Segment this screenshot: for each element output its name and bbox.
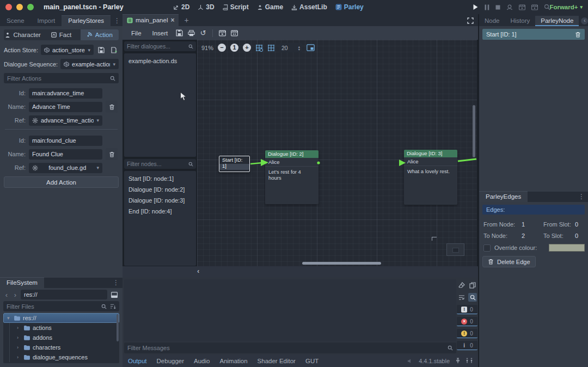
clear-output-button[interactable] (457, 281, 466, 290)
tree-expanded-icon[interactable]: ▾ (7, 315, 11, 321)
override-colour-checkbox[interactable] (483, 244, 491, 252)
tree-collapsed-icon[interactable]: › (17, 335, 21, 340)
tab-audio[interactable]: Audio (194, 358, 210, 364)
tree-item-res[interactable]: ▾ res:// (3, 313, 119, 323)
edge-start-to-dialogue2[interactable] (250, 163, 262, 164)
info-counter[interactable]: i 0 (457, 341, 477, 350)
tab-debugger[interactable]: Debugger (157, 358, 185, 364)
audio-mute-icon[interactable] (407, 358, 413, 364)
nav-forward-icon[interactable]: › (12, 291, 19, 299)
warnings-counter[interactable]: ! 0 (457, 329, 477, 338)
snap-distance-stepper[interactable]: 20 ▴ ▾ (279, 43, 302, 52)
maximize-window-button[interactable] (27, 4, 34, 10)
tree-item-dialogue-sequences[interactable]: › dialogue_sequences (3, 352, 119, 362)
tab-scene[interactable]: Scene (0, 16, 31, 26)
save-dialogue-button[interactable] (174, 28, 184, 38)
selected-node-header[interactable]: Start [ID: 1] (482, 29, 585, 40)
pin-panel-icon[interactable] (455, 358, 461, 364)
tab-animation[interactable]: Animation (219, 358, 247, 364)
tree-collapsed-icon[interactable]: › (17, 345, 21, 350)
graph-vertical-scrollbar[interactable] (473, 105, 475, 157)
filter-actions-input[interactable] (7, 75, 110, 82)
tab-2d[interactable]: 2D (173, 3, 189, 11)
graph-node-dialogue-3[interactable]: Dialogue [ID: 3] Alice What a lovely res… (404, 150, 457, 205)
tab-parleynode[interactable]: ParleyNode (535, 16, 579, 26)
sort-icon[interactable] (110, 303, 116, 309)
tab-shader-editor[interactable]: Shader Editor (258, 358, 296, 364)
tab-parleystores[interactable]: ParleyStores (62, 15, 111, 26)
zoom-reset-button[interactable]: 1 (230, 44, 238, 52)
tree-item-characters[interactable]: › characters (3, 342, 119, 352)
tab-fact[interactable]: Fact (42, 29, 80, 40)
new-tab-button[interactable]: + (179, 16, 194, 26)
zoom-out-button[interactable]: − (218, 44, 226, 52)
movie-run-scene-icon[interactable] (519, 4, 525, 10)
filter-nodes-input[interactable] (127, 161, 188, 167)
action-name-input[interactable] (29, 149, 102, 160)
action-name-input[interactable] (29, 102, 102, 112)
dialogue-list-item[interactable]: example-action.ds (124, 56, 196, 66)
dialogue-sequence-dropdown[interactable]: example-action.ds ▾ (60, 59, 119, 69)
search-output-button[interactable] (468, 293, 477, 302)
tab-gut[interactable]: GUT (305, 358, 318, 364)
dialogue-graph-canvas[interactable]: 91% − 1 + 20 ▴ ▾ Start [ID: 1] Dialogue … (197, 40, 477, 266)
action-store-dropdown[interactable]: action_store.tre ▾ (41, 45, 94, 55)
delete-node-button[interactable] (575, 32, 581, 38)
snap-toggle-icon[interactable] (255, 44, 263, 52)
tree-item-addons[interactable]: › addons (3, 333, 119, 342)
tree-collapsed-icon[interactable]: › (17, 354, 21, 360)
tab-script[interactable]: Script (223, 3, 249, 11)
node-list-item[interactable]: Start [ID: node:1] (124, 173, 196, 184)
node-list-item[interactable]: Dialogue [ID: node:2] (124, 184, 196, 195)
tab-assetlib[interactable]: AssetLib (291, 3, 327, 11)
dots-menu-icon[interactable]: ⋮ (111, 17, 124, 26)
filter-files-input[interactable] (7, 303, 101, 310)
dots-menu-icon[interactable]: ⋮ (109, 279, 122, 288)
menu-file[interactable]: File (127, 29, 146, 38)
test-dialogue-button[interactable] (217, 28, 227, 38)
collapse-sidebar-icon[interactable]: ‹ (197, 267, 199, 275)
close-window-button[interactable] (5, 4, 12, 10)
output-log[interactable] (124, 279, 456, 341)
add-action-button[interactable]: Add Action (4, 176, 119, 188)
test-dialogue-from-start-button[interactable] (229, 28, 239, 38)
errors-counter[interactable]: × 0 (457, 317, 477, 326)
node-list-item[interactable]: Dialogue [ID: node:3] (124, 195, 196, 206)
tree-collapsed-icon[interactable]: › (17, 325, 21, 331)
colour-picker-swatch[interactable] (549, 244, 585, 252)
alerts-counter[interactable]: ! 0 (457, 305, 477, 314)
history-back-icon[interactable]: ‹ (581, 17, 588, 25)
tree-scrollbar[interactable] (117, 314, 119, 341)
minimize-window-button[interactable] (16, 4, 23, 10)
delete-edge-button[interactable]: Delete Edge (482, 256, 536, 267)
action-ref-dropdown[interactable]: advance_time_action.gd ▾ (29, 115, 102, 126)
copy-output-button[interactable] (468, 281, 477, 290)
action-id-input[interactable] (29, 88, 102, 99)
new-store-button[interactable] (109, 45, 119, 55)
zoom-in-button[interactable]: + (243, 44, 251, 52)
tab-node[interactable]: Node (479, 16, 505, 26)
tab-3d[interactable]: 3D (198, 3, 214, 11)
graph-node-dialogue-2[interactable]: Dialogue [ID: 2] Alice Let's rest for 4 … (265, 150, 318, 204)
remote-debug-icon[interactable] (506, 4, 513, 10)
play-button[interactable] (473, 4, 479, 10)
dots-menu-icon[interactable]: ⋮ (575, 193, 588, 202)
filter-messages-input[interactable] (127, 345, 448, 351)
tree-item-actions[interactable]: › actions (3, 323, 119, 333)
filter-dialogues-input[interactable] (127, 43, 188, 50)
refresh-button[interactable]: ↺ (198, 28, 208, 38)
grid-toggle-icon[interactable] (267, 44, 275, 52)
action-ref-dropdown[interactable]: found_clue.gd ▾ (29, 163, 102, 173)
tab-action[interactable]: Action (81, 29, 119, 40)
tab-parley[interactable]: Parley (335, 3, 364, 11)
expand-panel-icon[interactable] (466, 358, 473, 364)
tab-import[interactable]: Import (31, 16, 62, 26)
delete-action-button[interactable] (106, 101, 118, 113)
tab-history[interactable]: History (505, 16, 536, 26)
tab-parleyedges[interactable]: ParleyEdges (479, 191, 528, 202)
tab-filesystem[interactable]: FileSystem (0, 277, 44, 288)
stop-button[interactable] (495, 5, 500, 10)
renderer-selector[interactable]: Forward+ ▾ (549, 0, 583, 14)
action-id-input[interactable] (29, 136, 102, 146)
graph-horizontal-scrollbar[interactable] (302, 262, 381, 265)
